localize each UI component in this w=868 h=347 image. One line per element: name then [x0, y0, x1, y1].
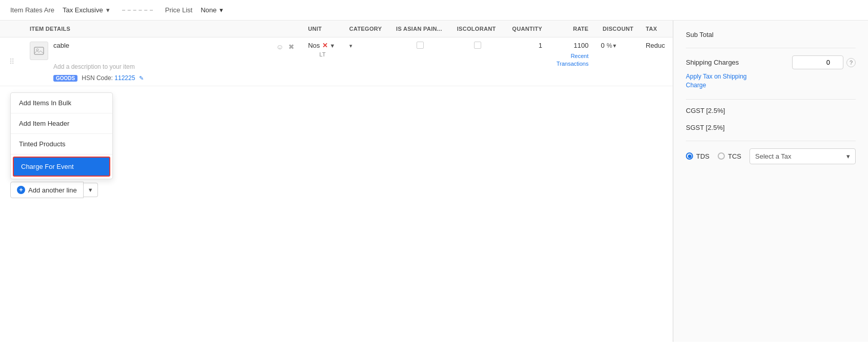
shipping-help-icon[interactable]: ?: [846, 58, 856, 67]
unit-chevron-icon[interactable]: ▼: [330, 43, 336, 49]
rate-cell: 1100 Recent Transactions: [548, 37, 595, 86]
price-list-chevron: ▾: [220, 6, 223, 14]
shipping-charges-label: Shipping Charges: [686, 59, 739, 66]
svg-point-1: [36, 49, 38, 51]
divider-1: [686, 48, 856, 48]
price-list-value: None: [201, 6, 216, 14]
plus-icon: +: [17, 186, 25, 194]
recent-transactions-link[interactable]: Recent Transactions: [555, 52, 588, 68]
unit-value: Nos: [308, 42, 320, 49]
shipping-row: Shipping Charges ?: [686, 55, 856, 69]
quantity-header: QUANTITY: [504, 21, 548, 37]
apply-tax-shipping-link[interactable]: Apply Tax on Shipping Charge: [686, 72, 856, 90]
discount-chevron-icon: ▾: [613, 42, 616, 49]
add-items-bulk-option[interactable]: Add Items In Bulk: [11, 93, 112, 113]
quantity-cell[interactable]: 1: [504, 37, 548, 86]
item-rates-label: Item Rates Are: [10, 6, 54, 14]
tds-radio-group[interactable]: TDS: [686, 152, 709, 160]
discount-value[interactable]: 0: [601, 42, 604, 49]
tinted-products-option[interactable]: Tinted Products: [11, 134, 112, 155]
is-asian-pain-cell: [390, 37, 451, 86]
category-cell[interactable]: ▾: [343, 37, 390, 86]
tds-radio-button[interactable]: [686, 152, 693, 160]
add-line-dropdown-toggle[interactable]: ▼: [84, 183, 98, 197]
hsn-edit-icon[interactable]: ✎: [139, 75, 144, 82]
cgst-row: CGST [2.5%]: [686, 107, 856, 114]
top-divider: [122, 10, 153, 11]
top-bar: Item Rates Are Tax Exclusive ▾ Price Lis…: [0, 0, 868, 21]
item-controls: ☺ ✖: [275, 42, 295, 52]
iscolorant-header: ISCOLORANT: [451, 21, 504, 37]
sgst-label: SGST [2.5%]: [686, 124, 725, 131]
iscolorant-cell: [451, 37, 504, 86]
smiley-button[interactable]: ☺: [275, 42, 284, 52]
add-line-dropdown-menu: Add Items In Bulk Add Item Header Tinted…: [10, 92, 113, 179]
tds-label: TDS: [696, 152, 709, 160]
sub-total-row: Sub Total: [686, 31, 856, 38]
tax-exclusive-value: Tax Exclusive: [63, 6, 103, 14]
add-line-button-wrapper: + Add another line ▼: [10, 182, 662, 198]
price-list-dropdown[interactable]: None ▾: [201, 6, 223, 14]
unit-header: UNIT: [302, 21, 343, 37]
remove-item-button[interactable]: ✖: [287, 42, 295, 52]
category-chevron-icon[interactable]: ▾: [349, 43, 352, 49]
unit-subtext: LT: [308, 51, 337, 57]
right-panel: Sub Total Shipping Charges ? Apply Tax o…: [673, 21, 868, 342]
table-row: ⠿: [0, 37, 673, 86]
tax-header: TAX: [640, 21, 673, 37]
category-header: CATEGORY: [343, 21, 390, 37]
item-details-cell: cable ☺ ✖ Add a description to your item…: [24, 37, 302, 86]
add-line-area: Add Items In Bulk Add Item Header Tinted…: [0, 86, 673, 206]
unit-clear-button[interactable]: ✕: [322, 42, 328, 49]
tax-value: Reduc: [646, 42, 665, 49]
add-another-line-button[interactable]: + Add another line: [10, 182, 84, 198]
shipping-charges-input[interactable]: [792, 55, 843, 69]
iscolorant-checkbox[interactable]: [474, 42, 481, 49]
rate-header: RATE: [548, 21, 595, 37]
tcs-radio-button[interactable]: [718, 152, 725, 160]
hsn-code-label: HSN Code: 112225: [82, 74, 135, 82]
shipping-input-wrapper: ?: [792, 55, 856, 69]
tds-tcs-row: TDS TCS Select a Tax ▾: [686, 148, 856, 164]
is-asian-pain-checkbox[interactable]: [417, 42, 424, 49]
is-asian-pain-header: IS ASIAN PAIN...: [390, 21, 451, 37]
discount-wrapper: 0 % ▾: [601, 42, 633, 49]
price-list-label: Price List: [165, 6, 192, 14]
tcs-label: TCS: [728, 152, 741, 160]
add-line-label: Add another line: [28, 186, 77, 194]
tax-select-dropdown[interactable]: Select a Tax ▾: [749, 148, 856, 164]
drag-handle[interactable]: ⠿: [6, 57, 17, 66]
tax-select-chevron: ▾: [846, 152, 850, 160]
item-description[interactable]: Add a description to your item: [30, 63, 295, 70]
sgst-row: SGST [2.5%]: [686, 124, 856, 131]
discount-type-selector[interactable]: % ▾: [606, 42, 616, 49]
quantity-value[interactable]: 1: [510, 42, 542, 49]
item-row-top: cable ☺ ✖: [30, 42, 295, 60]
hsn-code-link[interactable]: 112225: [114, 74, 135, 82]
tax-exclusive-dropdown[interactable]: Tax Exclusive ▾: [63, 6, 110, 14]
cgst-label: CGST [2.5%]: [686, 107, 725, 114]
discount-header: DISCOUNT: [595, 21, 639, 37]
add-item-header-option[interactable]: Add Item Header: [11, 113, 112, 134]
main-layout: ITEM DETAILS UNIT CATEGORY IS ASIAN PAIN…: [0, 21, 868, 342]
unit-wrapper: Nos ✕ ▼: [308, 42, 337, 49]
tax-select-placeholder: Select a Tax: [755, 152, 792, 160]
tax-exclusive-chevron: ▾: [106, 6, 110, 14]
item-table: ITEM DETAILS UNIT CATEGORY IS ASIAN PAIN…: [0, 21, 673, 86]
divider-2: [686, 99, 856, 100]
tax-cell[interactable]: Reduc: [640, 37, 673, 86]
left-panel: ITEM DETAILS UNIT CATEGORY IS ASIAN PAIN…: [0, 21, 673, 342]
item-details-header: ITEM DETAILS: [24, 21, 302, 37]
tcs-radio-group[interactable]: TCS: [718, 152, 741, 160]
rate-value[interactable]: 1100: [555, 42, 588, 49]
goods-badge: GOODS: [53, 75, 77, 82]
sub-total-label: Sub Total: [686, 31, 714, 38]
divider-3: [686, 141, 856, 141]
item-meta: GOODS HSN Code: 112225 ✎: [30, 74, 295, 82]
item-name-area: cable: [53, 42, 270, 49]
item-name[interactable]: cable: [53, 42, 69, 49]
drag-col-header: [0, 21, 24, 37]
charge-for-event-option[interactable]: Charge For Event: [13, 157, 110, 177]
discount-cell: 0 % ▾: [595, 37, 639, 86]
unit-cell: Nos ✕ ▼ LT: [302, 37, 343, 86]
